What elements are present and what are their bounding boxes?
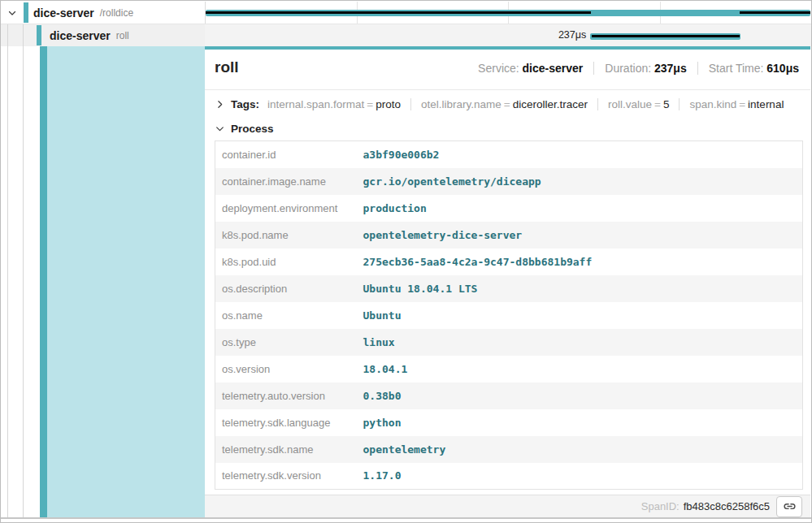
jaeger-trace-detail-view: dice-server /rolldice dice-server roll 2… bbox=[0, 0, 812, 523]
span-bar[interactable] bbox=[206, 10, 810, 16]
chevron-down-icon[interactable] bbox=[6, 6, 19, 19]
span-operation-title: roll bbox=[215, 58, 239, 76]
page-bottom-divider bbox=[1, 517, 811, 519]
span-detail-row: roll Service: dice-server Duration: 237μ… bbox=[1, 46, 810, 517]
indent-guide bbox=[7, 24, 8, 46]
span-color-swatch bbox=[24, 2, 28, 23]
service-name: dice-server bbox=[50, 29, 111, 42]
critical-path-segment bbox=[740, 11, 810, 14]
chevron-right-icon[interactable] bbox=[215, 98, 226, 110]
span-color-swatch bbox=[37, 25, 41, 45]
table-row: telemetry.sdk.version1.17.0 bbox=[215, 463, 803, 490]
trace-timeline: dice-server /rolldice dice-server roll 2… bbox=[1, 2, 811, 46]
link-icon bbox=[783, 499, 797, 513]
operation-name: roll bbox=[116, 30, 129, 41]
span-row-rolldice[interactable]: dice-server /rolldice bbox=[1, 2, 811, 24]
span-row-roll[interactable]: dice-server roll 237μs bbox=[1, 24, 811, 46]
span-color-bar bbox=[40, 46, 47, 517]
critical-path-segment bbox=[206, 11, 591, 14]
service-name: dice-server bbox=[33, 6, 94, 19]
table-row: os.nameUbuntu bbox=[215, 302, 803, 329]
process-label[interactable]: Process bbox=[231, 123, 274, 135]
span-detail-header: roll Service: dice-server Duration: 237μ… bbox=[205, 50, 810, 90]
table-row: telemetry.sdk.languagepython bbox=[215, 409, 803, 436]
tags-summary: internal.span.format=proto otel.library.… bbox=[267, 98, 793, 110]
tag-item: roll.value=5 bbox=[598, 98, 680, 110]
span-name-cell[interactable]: dice-server /rolldice bbox=[1, 2, 205, 24]
span-duration-label: 237μs bbox=[558, 29, 590, 41]
indent-guide bbox=[23, 46, 24, 517]
process-section-toggle[interactable]: Process bbox=[205, 118, 810, 139]
spanid-value: fb483c8c6258f6c5 bbox=[684, 500, 770, 512]
tag-item: otel.library.name=diceroller.tracer bbox=[411, 98, 598, 110]
table-row: k8s.pod.nameopentelemetry-dice-server bbox=[215, 222, 803, 249]
table-row: os.descriptionUbuntu 18.04.1 LTS bbox=[215, 275, 803, 302]
meta-service: Service: dice-server bbox=[467, 62, 594, 75]
table-row: container.image.namegcr.io/opentelemetry… bbox=[215, 168, 803, 195]
span-bar[interactable] bbox=[590, 33, 740, 40]
table-row: telemetry.auto.version0.38b0 bbox=[215, 383, 803, 409]
tag-item: internal.span.format=proto bbox=[267, 98, 411, 110]
span-name-cell[interactable]: dice-server roll bbox=[1, 24, 205, 46]
copy-link-button[interactable] bbox=[776, 496, 802, 517]
detail-left-gutter bbox=[1, 46, 205, 517]
meta-start-time: Start Time: 610μs bbox=[698, 62, 799, 75]
span-detail-footer: SpanID: fb483c8c6258f6c5 bbox=[205, 495, 810, 517]
chevron-down-icon[interactable] bbox=[215, 123, 226, 134]
indent-guide bbox=[23, 24, 24, 46]
critical-path-segment bbox=[592, 35, 740, 37]
span-detail-panel: roll Service: dice-server Duration: 237μ… bbox=[205, 46, 810, 517]
span-bar-cell[interactable]: 237μs bbox=[206, 24, 810, 46]
process-key-value-table: container.ida3bf90e006b2 container.image… bbox=[215, 140, 803, 490]
indent-guide bbox=[7, 46, 8, 517]
span-meta: Service: dice-server Duration: 237μs Sta… bbox=[467, 62, 799, 75]
table-row: k8s.pod.uid275ecb36-5aa8-4c2a-9c47-d8bb6… bbox=[215, 249, 803, 275]
table-row: telemetry.sdk.nameopentelemetry bbox=[215, 436, 803, 463]
table-row: os.typelinux bbox=[215, 329, 803, 356]
table-row: container.ida3bf90e006b2 bbox=[215, 141, 803, 168]
tags-section-toggle[interactable]: Tags: internal.span.format=proto otel.li… bbox=[205, 90, 810, 118]
tag-item: span.kind=internal bbox=[680, 98, 793, 110]
span-color-fill[interactable] bbox=[47, 46, 205, 517]
tags-label[interactable]: Tags: bbox=[231, 98, 259, 110]
spanid-label: SpanID: bbox=[641, 500, 680, 512]
meta-duration: Duration: 237μs bbox=[594, 62, 697, 75]
operation-name: /rolldice bbox=[100, 7, 133, 19]
span-bar-cell[interactable] bbox=[206, 2, 810, 24]
table-row: os.version18.04.1 bbox=[215, 356, 803, 383]
table-row: deployment.environmentproduction bbox=[215, 195, 803, 222]
